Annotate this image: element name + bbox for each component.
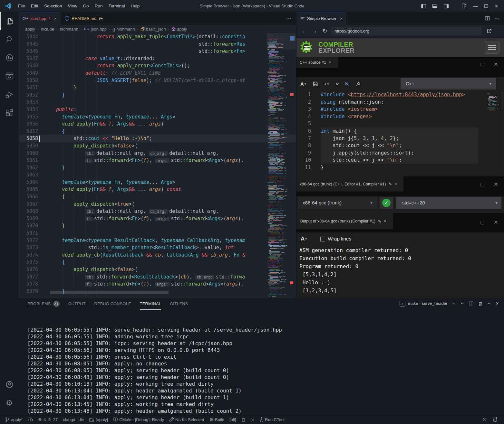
kit-item[interactable]: No Kit Selected	[167, 415, 207, 424]
url-input[interactable]: https://godbolt.org	[331, 27, 481, 35]
close-icon[interactable]: ×	[384, 219, 386, 223]
forward-icon[interactable]: →	[309, 28, 320, 34]
extensions-icon[interactable]	[0, 104, 19, 122]
open-external-icon[interactable]	[487, 29, 492, 34]
problems-item[interactable]: ⊗4 ⚠27	[35, 415, 60, 424]
close-tab-icon[interactable]: ×	[340, 16, 343, 21]
toggle-secondary-sidebar-icon[interactable]	[444, 4, 449, 8]
editor-more-actions-icon[interactable]: ···	[286, 15, 291, 21]
code-editor[interactable]: 5044 return apply_make_tuple<ConstThis>(…	[19, 33, 296, 298]
tab-terminal[interactable]: TERMINAL	[140, 298, 161, 310]
sync-changes-item[interactable]	[25, 415, 35, 424]
tab-debug-console[interactable]: DEBUG CONSOLE	[94, 298, 131, 310]
breadcrumb-item[interactable]: basic_json	[141, 27, 166, 32]
language-select[interactable]: C++▼	[401, 78, 496, 90]
terminal-instance[interactable]: › make - serve_header	[400, 301, 448, 306]
new-terminal-icon[interactable]: +	[452, 300, 456, 307]
close-window-button[interactable]: ×	[495, 3, 498, 10]
ce-scrollbar[interactable]	[502, 92, 502, 175]
font-size-tool[interactable]: A▼	[301, 236, 307, 242]
ce-compiler-tab[interactable]: x86-64 gcc (trunk) (C++, Editor #1, Comp…	[296, 176, 403, 192]
browser-more-actions-icon[interactable]: ···	[494, 15, 499, 21]
menu-go[interactable]: Go	[80, 0, 92, 12]
close-pane-icon[interactable]: ×	[494, 61, 498, 67]
ctest-item[interactable]: Run CTest	[257, 415, 287, 424]
rename-pane-icon[interactable]: ✎	[388, 182, 392, 186]
compiler-select[interactable]: x86-64 gcc (trunk)▼	[298, 197, 377, 209]
close-panel-icon[interactable]: ×	[496, 300, 499, 307]
build-target-item[interactable]: [all]	[227, 415, 238, 424]
reload-icon[interactable]: ↻	[320, 28, 330, 34]
tab-problems[interactable]: PROBLEMS31	[27, 298, 60, 310]
git-branch-item[interactable]: apply*	[3, 415, 25, 424]
close-icon[interactable]: ×	[329, 60, 331, 65]
breadcrumb-item[interactable]: apply	[25, 27, 35, 32]
kill-terminal-icon[interactable]	[478, 301, 482, 306]
close-icon[interactable]: ×	[394, 182, 397, 186]
settings-gear-icon[interactable]: ⚙	[0, 394, 19, 412]
ce-source-editor[interactable]: 1#include <https://localhost:8443/apply/…	[296, 91, 504, 176]
breadcrumb-item[interactable]: nlohmann	[60, 27, 78, 32]
pin-icon[interactable]	[356, 81, 361, 86]
cmake-project-item[interactable]: [apply]	[87, 415, 111, 424]
horizontal-scrollbar[interactable]	[50, 291, 169, 294]
tab-readme-md[interactable]: i README.md 9+	[61, 12, 107, 25]
menu-selection[interactable]: Selection	[41, 0, 65, 12]
search-icon[interactable]	[0, 30, 19, 49]
compiler-options-input[interactable]: -std=c++20▼	[396, 197, 501, 209]
minimize-button[interactable]: —	[473, 3, 478, 9]
maximize-pane-icon[interactable]: ◻	[480, 61, 485, 67]
menu-terminal[interactable]: Terminal	[105, 0, 128, 12]
maximize-pane-icon[interactable]: ◻	[480, 181, 485, 187]
cmake-status-item[interactable]: ⓘ CMake: [Debug]: Ready	[111, 415, 167, 424]
rename-pane-icon[interactable]: ✎	[378, 219, 381, 224]
debug-target-item[interactable]	[238, 415, 248, 424]
minimap[interactable]	[267, 33, 287, 298]
breadcrumb-item[interactable]: C++json.hpp	[84, 27, 107, 32]
wrap-lines-checkbox[interactable]	[320, 237, 325, 241]
menu-run[interactable]: Run	[92, 0, 106, 12]
terminal-output[interactable]: [2022-04-30 06:05:55] INFO: serve_header…	[27, 313, 501, 413]
minimap-slider[interactable]	[267, 33, 296, 49]
build-item[interactable]: ⚙ Build	[207, 415, 227, 424]
close-pane-icon[interactable]: ×	[494, 181, 498, 187]
font-size-tool[interactable]: A▼	[300, 81, 307, 87]
terminal-dropdown-icon[interactable]	[460, 302, 464, 305]
menu-view[interactable]: View	[65, 0, 80, 12]
split-editor-icon[interactable]	[485, 16, 490, 21]
explorer-icon[interactable]	[0, 12, 19, 30]
ce-source-tab[interactable]: C++ source #1×	[296, 57, 338, 68]
breadcrumb-item[interactable]: {}nlohmann	[112, 27, 135, 32]
breadcrumb-item[interactable]: include	[41, 27, 54, 32]
remote-explorer-icon[interactable]	[0, 67, 19, 85]
feedback-person-item[interactable]	[480, 415, 490, 424]
tab-gitlens[interactable]: GITLENS	[170, 298, 188, 310]
add-pane-tool[interactable]: +▼	[324, 81, 330, 87]
tab-simple-browser[interactable]: Simple Browser ×	[296, 12, 347, 25]
maximize-panel-icon[interactable]	[487, 302, 491, 305]
toggle-sidebar-icon[interactable]	[421, 4, 426, 8]
maximize-pane-icon[interactable]: ◻	[480, 219, 485, 225]
breadcrumb-item[interactable]: apply	[171, 27, 187, 32]
account-icon[interactable]	[0, 375, 19, 394]
menu-edit[interactable]: Edit	[28, 0, 41, 12]
customize-layout-icon[interactable]	[462, 4, 467, 8]
save-icon[interactable]	[313, 81, 318, 86]
notifications-item[interactable]	[490, 415, 500, 424]
launch-target-item[interactable]: ▷	[248, 415, 257, 424]
run-debug-icon[interactable]	[0, 85, 19, 104]
vim-mode-icon[interactable]: v	[335, 81, 338, 87]
close-pane-icon[interactable]: ×	[494, 219, 498, 225]
close-tab-icon[interactable]: ×	[54, 16, 57, 21]
zoom-search-icon[interactable]	[344, 81, 350, 86]
tab-json-hpp[interactable]: C++ json.hpp 4 ×	[19, 12, 61, 25]
tab-output[interactable]: OUTPUT	[68, 298, 86, 310]
source-control-icon[interactable]	[0, 49, 19, 67]
hamburger-menu-icon[interactable]	[485, 41, 499, 54]
maximize-button[interactable]	[484, 4, 488, 8]
back-icon[interactable]: ←	[299, 28, 309, 34]
menu-help[interactable]: Help	[128, 0, 142, 12]
split-terminal-icon[interactable]	[469, 301, 473, 306]
menu-file[interactable]: File	[15, 0, 28, 12]
ce-output-tab[interactable]: Output of x86-64 gcc (trunk) (Compiler #…	[296, 213, 393, 229]
